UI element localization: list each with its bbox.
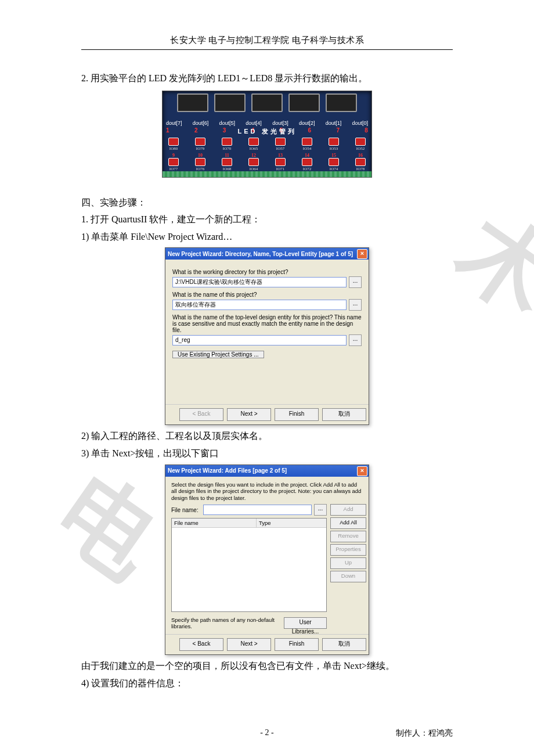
step-1: 1. 打开 QuartusII 软件，建立一个新的工程： <box>81 212 453 227</box>
paragraph-led-output: 2. 用实验平台的 LED 发光阵列的 LED1～LED8 显示并行数据的输出。 <box>81 71 453 86</box>
dout-labels: dout[7] dout[6] dout[5] dout[4] dout[3] … <box>166 120 368 126</box>
footer-author: 制作人：程鸿亮 <box>396 728 453 739</box>
use-existing-settings-button[interactable]: Use Existing Project Settings ... <box>172 351 264 358</box>
input-top-entity[interactable]: d_reg <box>172 335 347 345</box>
led-row1: IO80 IO79 IO70 IO65 IO57 IO54 IO53 IO52 <box>166 138 368 151</box>
section-4-title: 四、实验步骤： <box>81 195 453 210</box>
led-row2: 9IO77 10IO76 11IO68 12IO64 13IO71 14IO72… <box>166 153 368 171</box>
file-list[interactable]: File name Type <box>171 518 327 612</box>
close-icon[interactable]: × <box>357 466 367 476</box>
add-button: Add <box>330 504 366 516</box>
browse-dir-button[interactable]: ... <box>349 276 362 288</box>
input-file-name[interactable] <box>203 505 312 515</box>
page-number: - 2 - <box>0 728 534 737</box>
dialog-new-project-page2: New Project Wizard: Add Files [page 2 of… <box>165 465 369 656</box>
step-1-2: 2) 输入工程的路径、工程名以及顶层实体名。 <box>81 429 453 444</box>
remove-button: Remove <box>330 531 366 542</box>
dialog2-titlebar[interactable]: New Project Wizard: Add Files [page 2 of… <box>165 465 369 477</box>
back-button-d1: < Back <box>179 408 223 421</box>
led-board-figure: dout[7] dout[6] dout[5] dout[4] dout[3] … <box>162 91 372 178</box>
dialog1-titlebar[interactable]: New Project Wizard: Directory, Name, Top… <box>165 248 369 260</box>
finish-button-d2[interactable]: Finish <box>275 638 319 651</box>
input-working-dir[interactable]: J:\VHDL课程实验\双向移位寄存器 <box>172 277 347 287</box>
browse-name-button[interactable]: ... <box>349 299 362 311</box>
step-1-3: 3) 单击 Next>按钮，出现以下窗口 <box>81 446 453 461</box>
label-top-entity: What is the name of the top-level design… <box>172 314 362 333</box>
up-button: Up <box>330 557 366 569</box>
input-project-name[interactable]: 双向移位寄存器 <box>172 300 347 310</box>
back-button-d2[interactable]: < Back <box>179 638 223 651</box>
col-type[interactable]: Type <box>257 519 326 527</box>
finish-button-d1[interactable]: Finish <box>275 408 319 421</box>
browse-entity-button[interactable]: ... <box>349 334 362 346</box>
label-file-name: File name: <box>171 507 199 513</box>
browse-file-button[interactable]: ... <box>314 504 327 516</box>
next-button-d2[interactable]: Next > <box>227 638 271 651</box>
dialog-new-project-page1: New Project Wizard: Directory, Name, Top… <box>165 247 369 425</box>
dialog2-note: Select the design files you want to incl… <box>171 481 363 502</box>
label-project-name: What is the name of this project? <box>172 291 362 298</box>
label-working-dir: What is the working directory for this p… <box>172 269 362 275</box>
col-filename[interactable]: File name <box>172 519 257 527</box>
label-nondefault-libs: Specify the path names of any non-defaul… <box>171 617 278 629</box>
page-header: 长安大学 电子与控制工程学院 电子科学与技术系 <box>81 35 453 50</box>
dialog1-title: New Project Wizard: Directory, Name, Top… <box>168 251 353 257</box>
watermark-1: 术 <box>445 200 534 323</box>
dialog2-title: New Project Wizard: Add Files [page 2 of… <box>168 467 287 474</box>
led-center-label: LED 发光管列 <box>163 127 371 136</box>
next-button-d1[interactable]: Next > <box>227 408 271 421</box>
cancel-button-d2[interactable]: 取消 <box>322 638 366 651</box>
step-1-4: 4) 设置我们的器件信息： <box>81 676 453 691</box>
paragraph-empty-project: 由于我们建立的是一个空的项目，所以没有包含已有文件，单击 Next>继续。 <box>81 658 453 674</box>
cancel-button-d1[interactable]: 取消 <box>322 408 366 421</box>
properties-button: Properties <box>330 544 366 556</box>
down-button: Down <box>330 571 366 582</box>
step-1-1: 1) 单击菜单 File\New Project Wizard… <box>81 229 453 244</box>
close-icon[interactable]: × <box>357 249 367 259</box>
add-all-button[interactable]: Add All <box>330 517 366 529</box>
user-libraries-button[interactable]: User Libraries... <box>284 617 327 629</box>
